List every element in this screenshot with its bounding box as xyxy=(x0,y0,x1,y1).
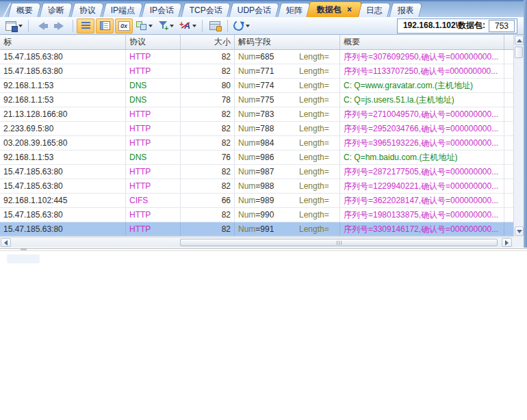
cell-summary: 序列号=1980133875,确认号=000000000... xyxy=(340,208,504,222)
tab-概要[interactable]: 概要 xyxy=(8,3,41,17)
scroll-left-button[interactable] xyxy=(1,238,11,247)
tab-IP会话[interactable]: IP会话 xyxy=(142,3,183,17)
toggle-decode-view-button[interactable] xyxy=(96,18,114,34)
vertical-scrollbar[interactable] xyxy=(513,35,524,237)
cell-size: 82 xyxy=(181,107,235,121)
column-header-解码字段[interactable]: 解码字段 xyxy=(235,35,340,49)
toolbar-separator xyxy=(227,20,228,32)
cell-decode-field: Num=987Length= xyxy=(235,165,340,179)
cell-protocol: HTTP xyxy=(126,107,181,121)
tab-UDP会话[interactable]: UDP会话 xyxy=(229,3,280,17)
next-packet-button[interactable] xyxy=(51,18,69,34)
toggle-hex-view-button[interactable]: 0x xyxy=(115,18,133,34)
cell-decode-field: Num=775Length= xyxy=(235,93,340,107)
cell-size: 82 xyxy=(181,222,235,236)
cell-protocol: HTTP xyxy=(126,122,181,135)
cell-decode-field: Num=991Length= xyxy=(235,222,340,236)
packet-row[interactable]: 15.47.185.63:80HTTP82Num=988Length=序列号=1… xyxy=(0,179,513,194)
tab-IP端点[interactable]: IP端点 xyxy=(102,3,144,17)
packet-row[interactable]: 92.168.1.1:53DNS80Num=774Length=C: Q=www… xyxy=(0,79,513,93)
refresh-button[interactable] xyxy=(231,18,252,34)
tab-日志[interactable]: 日志 xyxy=(357,3,391,17)
tab-label: IP会话 xyxy=(150,5,174,16)
toggle-packet-list-view-button[interactable] xyxy=(77,18,94,34)
previous-packet-button[interactable] xyxy=(32,18,50,34)
cell-spacer xyxy=(504,194,513,207)
packet-row[interactable]: 92.168.1.1:53DNS78Num=775Length=C: Q=js.… xyxy=(0,93,513,107)
cell-size: 78 xyxy=(181,93,235,107)
tab-label: 数据包 xyxy=(317,4,342,16)
splitter-grip[interactable] xyxy=(21,248,27,250)
packet-row[interactable]: 15.47.185.63:80HTTP82Num=991Length=序列号=3… xyxy=(0,222,513,237)
tab-label: TCP会话 xyxy=(190,5,222,16)
export-packets-button[interactable] xyxy=(3,18,25,34)
column-header-标[interactable]: 标 xyxy=(0,35,126,49)
hex-view-icon: 0x xyxy=(118,21,130,31)
packet-row[interactable]: 92.168.1.102:445CIFS66Num=989Length=序列号=… xyxy=(0,194,513,208)
close-tab-icon[interactable]: × xyxy=(347,5,352,14)
tab-诊断[interactable]: 诊断 xyxy=(39,3,73,17)
pane-splitter[interactable] xyxy=(0,248,527,252)
packet-counter-label: 192.168.1.102\数据包: xyxy=(403,20,485,31)
cell-target: 15.47.185.63:80 xyxy=(0,222,126,236)
packet-row[interactable]: 03.208.39.165:80HTTP82Num=984Length=序列号=… xyxy=(0,136,513,150)
cell-spacer xyxy=(504,79,513,92)
tab-label: 日志 xyxy=(366,5,383,16)
tab-label: 诊断 xyxy=(48,5,64,16)
dropdown-arrow-icon[interactable] xyxy=(18,25,23,27)
cell-decode-field: Num=685Length= xyxy=(235,50,340,64)
packet-row[interactable]: 15.47.185.63:80HTTP82Num=771Length=序列号=1… xyxy=(0,64,513,79)
cell-protocol: CIFS xyxy=(126,194,181,207)
cell-target: 92.168.1.1:53 xyxy=(0,150,126,164)
tab-协议[interactable]: 协议 xyxy=(70,3,104,17)
cell-size: 82 xyxy=(181,179,235,193)
lock-view-button[interactable] xyxy=(206,18,224,34)
packet-counter-value: 753 xyxy=(489,20,515,32)
cell-protocol: HTTP xyxy=(126,136,181,150)
cell-target: 15.47.185.63:80 xyxy=(0,179,126,193)
cell-summary: C: Q=www.gravatar.com.(主机地址) xyxy=(340,79,504,92)
packet-counter: 192.168.1.102\数据包: 753 xyxy=(397,18,517,34)
packet-row[interactable]: 21.13.128.166:80HTTP82Num=783Length=序列号=… xyxy=(0,107,513,122)
tab-报表[interactable]: 报表 xyxy=(389,3,422,17)
packet-analyzer-window: 概要诊断协议IP端点IP会话TCP会话UDP会话矩阵数据包×日志报表 0x+A … xyxy=(0,0,527,420)
horizontal-scrollbar[interactable] xyxy=(0,237,513,248)
highlight-icon: +A xyxy=(179,21,190,30)
dropdown-arrow-icon[interactable] xyxy=(192,25,196,27)
scroll-right-button[interactable] xyxy=(502,238,512,247)
transfer-packets-button[interactable] xyxy=(134,18,155,34)
cell-decode-field: Num=990Length= xyxy=(235,208,340,222)
vertical-scrollbar-thumb[interactable] xyxy=(515,47,523,58)
packet-row[interactable]: 15.47.185.63:80HTTP82Num=685Length=序列号=3… xyxy=(0,50,513,64)
cell-summary: C: Q=js.users.51.la.(主机地址) xyxy=(340,93,504,107)
packet-row[interactable]: 92.168.1.1:53DNS76Num=986Length=C: Q=hm.… xyxy=(0,150,513,165)
dropdown-arrow-icon[interactable] xyxy=(246,25,250,27)
packet-row[interactable]: 15.47.185.63:80HTTP82Num=990Length=序列号=1… xyxy=(0,208,513,222)
cell-size: 82 xyxy=(181,165,235,179)
packet-table-body: 15.47.185.63:80HTTP82Num=685Length=序列号=3… xyxy=(0,50,513,237)
cell-size: 82 xyxy=(181,64,235,78)
highlight-font-button[interactable]: +A xyxy=(177,18,198,34)
tab-数据包[interactable]: 数据包× xyxy=(306,1,363,17)
packet-row[interactable]: 2.233.69.5:80HTTP82Num=788Length=序列号=295… xyxy=(0,122,513,136)
column-header-协议[interactable]: 协议 xyxy=(126,35,181,49)
column-header-大小[interactable]: 大小 xyxy=(181,35,235,49)
scroll-up-button[interactable] xyxy=(515,36,524,45)
dropdown-arrow-icon[interactable] xyxy=(149,25,153,27)
toolbar-separator xyxy=(73,20,73,32)
decode-view-icon xyxy=(100,21,110,30)
filter-packets-button[interactable] xyxy=(156,18,176,34)
dropdown-arrow-icon[interactable] xyxy=(170,25,174,27)
cell-target: 15.47.185.63:80 xyxy=(0,50,126,64)
scroll-down-button[interactable] xyxy=(515,226,524,236)
tab-TCP会话[interactable]: TCP会话 xyxy=(181,3,231,17)
cell-target: 92.168.1.102:445 xyxy=(0,194,126,207)
cell-protocol: HTTP xyxy=(126,208,181,222)
tab-label: 协议 xyxy=(79,5,96,16)
column-header-概要[interactable]: 概要 xyxy=(340,35,504,49)
refresh-icon xyxy=(232,19,245,32)
packet-row[interactable]: 15.47.185.63:80HTTP82Num=987Length=序列号=2… xyxy=(0,165,513,179)
cell-spacer xyxy=(504,179,513,193)
cell-target: 03.208.39.165:80 xyxy=(0,136,126,150)
horizontal-scrollbar-thumb[interactable] xyxy=(180,239,498,246)
